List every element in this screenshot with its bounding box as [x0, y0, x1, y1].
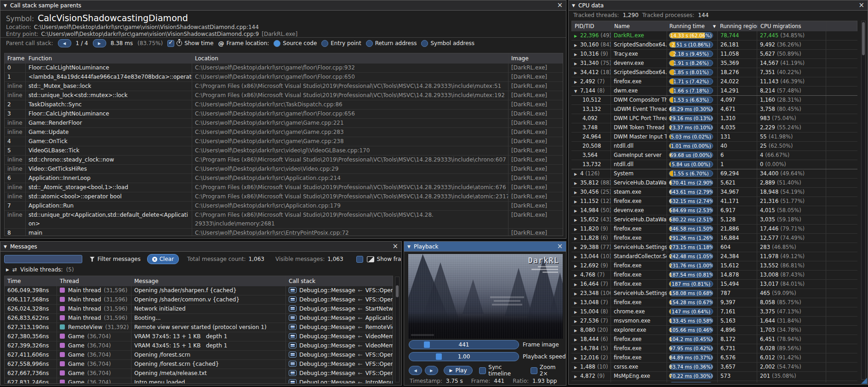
- next-sample-button[interactable]: ▶: [93, 39, 106, 47]
- playback-panel-header[interactable]: ▼ Playback ×: [404, 242, 566, 252]
- expander-icon[interactable]: ▶: [574, 280, 580, 289]
- frame-image-slider[interactable]: 441: [409, 340, 519, 349]
- callstack-list-icon[interactable]: [289, 333, 297, 339]
- cpu-row[interactable]: ▶8,080(20)explorer.exe105.66 ms (0.46%)4…: [571, 325, 857, 335]
- cpu-row[interactable]: ▶4,872(9)MsMpEng.exe70.22 ms (0.30%)5732…: [571, 371, 857, 381]
- expander-icon[interactable]: ▶: [574, 299, 580, 307]
- message-row[interactable]: 627,667,736nsGame(36,704)Opening /meta/r…: [5, 369, 393, 378]
- expander-icon[interactable]: ▶: [574, 308, 580, 316]
- callstack-list-icon[interactable]: [289, 370, 297, 376]
- expander-icon[interactable]: ▶: [574, 381, 580, 382]
- expander-icon[interactable]: ▶: [574, 289, 580, 298]
- messages-panel-header[interactable]: ▼ Messages ×: [0, 242, 401, 252]
- callstack-row[interactable]: 7Application::RunC:\Users\wolf\Desktop\d…: [5, 201, 563, 210]
- callstack-list-icon[interactable]: [289, 296, 297, 302]
- callstack-row[interactable]: 0Floor::CalcLightNoLuminanceC:\Users\wol…: [5, 64, 563, 72]
- message-row[interactable]: 626,024,328nsMain thread(31,596)Network …: [5, 304, 393, 313]
- expander-icon[interactable]: ▶: [574, 243, 580, 252]
- cpu-row[interactable]: ▶12,016(2)firefox.exe84.89 ms (0.37%)6,5…: [571, 353, 857, 362]
- col-pid-tid[interactable]: PID/TID: [572, 21, 611, 31]
- cpu-row[interactable]: ▶30,456(25)steam.exe643.61 ms (2.79%)34,…: [571, 187, 857, 196]
- expander-icon[interactable]: ▶: [574, 262, 580, 270]
- cpu-row[interactable]: ▶15,004(8)chrome.exe147 ms (0.64%)7,1613…: [571, 307, 857, 316]
- expander-icon[interactable]: ▶: [574, 317, 580, 325]
- callstack-row[interactable]: inlinestd::_Atomic_storage<bool,1>::load…: [5, 183, 563, 192]
- cpu-row[interactable]: 20,508ntdll.dll1.01 ms (0.00%)4025(62.50…: [571, 141, 857, 150]
- callstack-list-icon[interactable]: [289, 379, 297, 384]
- callstack-row[interactable]: 2TaskDispatch::SyncC:\Users\wolf\Desktop…: [5, 100, 563, 109]
- cpu-row[interactable]: ▶11,828(6)firefox.exe291.26 ms (1.26%)16…: [571, 233, 857, 243]
- expander-icon[interactable]: ▶: [574, 225, 580, 233]
- callstack-list-icon[interactable]: [289, 287, 297, 293]
- expander-icon[interactable]: ▶: [574, 179, 580, 187]
- close-icon[interactable]: ×: [858, 2, 864, 9]
- cpu-row[interactable]: ▶27,536(7)msvsmon.exe133.45 ms (0.58%)5,…: [571, 316, 857, 325]
- cpu-row[interactable]: ▶18,444(6)firefox.exe104.2 ms (0.45%)8,1…: [571, 335, 857, 344]
- expander-icon[interactable]: ▶: [574, 170, 580, 178]
- radio-symbol-address[interactable]: [421, 40, 428, 47]
- expander-icon[interactable]: ▶: [574, 32, 580, 40]
- message-row[interactable]: 627,558,996nsGame(36,704)Opening /forest…: [5, 359, 393, 369]
- callstack-list-icon[interactable]: [289, 342, 297, 348]
- callstack-row[interactable]: 8mainC:\Users\wolf\Desktop\darkrl\src\En…: [5, 228, 563, 236]
- callstack-row[interactable]: inlinestd::atomic<bool>::operator boolC:…: [5, 192, 563, 201]
- message-row[interactable]: 626,833,622nsMain thread(31,596)Booting.…: [5, 313, 393, 323]
- close-icon[interactable]: ×: [557, 243, 563, 250]
- cpu-row[interactable]: 3,748DWM Token Thread23.37 ms (0.10%)4,0…: [571, 123, 857, 132]
- collapse-triangle-icon[interactable]: ▼: [572, 3, 575, 8]
- visible-threads-row[interactable]: ▶ ⇄ Visible threads: (5): [6, 266, 74, 273]
- cpu-row[interactable]: ▼7,144(8)dwm.exe1.66 s (7.18%)14,2918,21…: [571, 86, 857, 95]
- scrollbar-thumb[interactable]: [862, 22, 865, 55]
- cpu-row[interactable]: ▶23,348(106)ServiceHub.SettingsHost.exe1…: [571, 289, 857, 298]
- message-row[interactable]: 627,831,246nsGame(36,704)Intro menu load…: [5, 378, 393, 384]
- cpu-row[interactable]: ▶14,784(5)firefox.exe97.95 ms (0.42%)6,7…: [571, 344, 857, 353]
- cpu-row[interactable]: ▶10,316(9)Tracy.exe2.18 s (9.45%)11,0585…: [571, 49, 857, 58]
- cpu-row[interactable]: ▶34,412(18)ScriptedSandbox64.exe1.85 s (…: [571, 68, 857, 77]
- col-running-regions[interactable]: Running regions: [718, 21, 758, 31]
- show-time-checkbox[interactable]: [167, 40, 174, 47]
- cpu-row[interactable]: ▶16,464(7)firefox.exe187 ms (0.81%)15,49…: [571, 279, 857, 289]
- col-running-time[interactable]: Running time▼: [668, 21, 718, 31]
- radio-source-code[interactable]: [274, 40, 280, 47]
- expander-icon[interactable]: ▶: [574, 78, 580, 86]
- cpu-row[interactable]: ▶14,984(50)devenv.exe584.69 ms (2.53%)6,…: [571, 206, 857, 215]
- step-back-button[interactable]: ◀: [409, 366, 422, 375]
- cpu-row[interactable]: ▶30,160(84)ScriptedSandbox64.exe2.51 s (…: [571, 40, 857, 49]
- cpu-row[interactable]: ▶31,340(75)devenv.exe1.91 s (8.26%)35,36…: [571, 58, 857, 68]
- cpu-scrollbar[interactable]: [861, 21, 866, 380]
- callstack-row[interactable]: 5VideoGLBase::TickC:\Users\wolf\Desktop\…: [5, 146, 563, 155]
- clear-button[interactable]: xClear: [147, 254, 179, 264]
- message-row[interactable]: 606,049,398nsMain thread(31,596)Opening …: [5, 286, 393, 295]
- expander-icon[interactable]: ▶: [574, 335, 580, 344]
- expander-icon[interactable]: ▶: [574, 207, 580, 215]
- cpu-row[interactable]: ▶11,152(12)firefox.exe632.15 ms (2.74%)4…: [571, 196, 857, 206]
- callstack-panel-header[interactable]: ▼ Call stack sample parents ×: [0, 0, 566, 11]
- cpu-row[interactable]: 24,964DWM Master Input Thread5.03 ms (0.…: [571, 132, 857, 141]
- cpu-row[interactable]: 10,512DWM Compositor Thread1.53 s (6.63%…: [571, 95, 857, 104]
- scrollbar-thumb[interactable]: [396, 285, 399, 297]
- callstack-row[interactable]: inlinestd::unique_ptr<Application,std::d…: [5, 210, 563, 228]
- radio-return-address[interactable]: [366, 40, 373, 47]
- prev-sample-button[interactable]: ◀: [58, 39, 71, 47]
- radio-entry-point[interactable]: [321, 40, 328, 47]
- expander-icon[interactable]: ▶: [574, 188, 580, 196]
- cpu-row[interactable]: ▶11,820(9)firefox.exe346.58 ms (1.50%)21…: [571, 224, 857, 233]
- cpu-row[interactable]: ▶15,652(43)ServiceHub.DataWarehouseHost.…: [571, 215, 857, 224]
- expander-icon[interactable]: ▶: [574, 69, 580, 77]
- collapse-triangle-icon[interactable]: ▼: [4, 3, 7, 8]
- message-row[interactable]: 627,399,326nsGame(36,704)VRAM 43x45: 15 …: [5, 341, 393, 350]
- callstack-row[interactable]: inlinestd::chrono::steady_clock::nowC:\P…: [5, 155, 563, 164]
- expander-icon[interactable]: ▶: [574, 197, 580, 206]
- cpu-row[interactable]: ▶22,396(49)DarkRL.exe14.33 s (62.06%)78,…: [571, 31, 857, 40]
- step-forward-button[interactable]: ▶: [425, 366, 438, 375]
- callstack-row[interactable]: inlineVideo::GetTicksHiResC:\Users\wolf\…: [5, 164, 563, 173]
- sync-timeline-checkbox[interactable]: [479, 367, 486, 374]
- expander-icon[interactable]: ▶: [574, 363, 580, 371]
- cpu-row[interactable]: 13,132uDWM Event Thread68.29 ms (0.30%)4…: [571, 104, 857, 114]
- cpu-row[interactable]: ▶1,488(10)csrss.exe83.74 ms (0.36%)3,657…: [571, 362, 857, 371]
- callstack-list-icon[interactable]: [289, 306, 297, 312]
- close-icon[interactable]: ×: [557, 2, 563, 9]
- col-cpu-migrations[interactable]: CPU migrations: [758, 21, 827, 31]
- expander-icon[interactable]: ▶: [574, 216, 580, 224]
- play-button[interactable]: ▶Play: [444, 366, 473, 375]
